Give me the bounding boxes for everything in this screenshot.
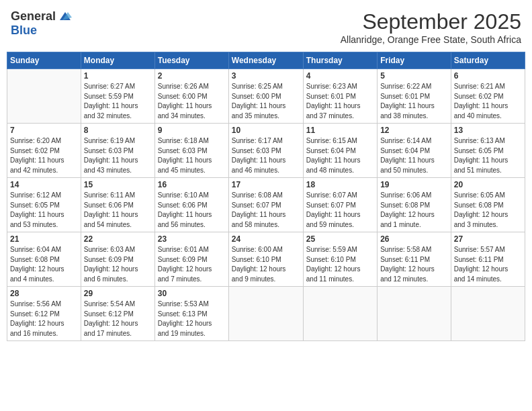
day-number: 9 <box>158 126 226 135</box>
calendar-cell: 30Sunrise: 5:53 AMSunset: 6:13 PMDayligh… <box>154 287 228 341</box>
day-info: Sunrise: 6:26 AMSunset: 6:00 PMDaylight:… <box>158 82 226 121</box>
calendar-cell: 18Sunrise: 6:07 AMSunset: 6:07 PMDayligh… <box>303 178 377 232</box>
calendar-cell: 10Sunrise: 6:17 AMSunset: 6:03 PMDayligh… <box>228 124 303 178</box>
day-number: 8 <box>84 126 152 135</box>
calendar-week-row: 14Sunrise: 6:12 AMSunset: 6:05 PMDayligh… <box>7 178 525 232</box>
day-info: Sunrise: 6:01 AMSunset: 6:09 PMDaylight:… <box>158 245 226 284</box>
day-number: 18 <box>306 180 374 189</box>
day-info: Sunrise: 6:08 AMSunset: 6:07 PMDaylight:… <box>232 191 300 230</box>
calendar-day-header: Sunday <box>7 52 81 69</box>
calendar-cell: 12Sunrise: 6:14 AMSunset: 6:04 PMDayligh… <box>378 124 451 178</box>
calendar-week-row: 1Sunrise: 6:27 AMSunset: 5:59 PMDaylight… <box>7 69 525 124</box>
day-info: Sunrise: 5:53 AMSunset: 6:13 PMDaylight:… <box>158 300 226 338</box>
day-number: 3 <box>232 71 300 81</box>
day-info: Sunrise: 6:00 AMSunset: 6:10 PMDaylight:… <box>232 245 300 284</box>
calendar-day-header: Wednesday <box>228 52 303 69</box>
title-block: September 2025 Allanridge, Orange Free S… <box>341 9 521 45</box>
calendar-day-header: Monday <box>81 52 154 69</box>
day-info: Sunrise: 6:27 AMSunset: 5:59 PMDaylight:… <box>84 82 152 121</box>
calendar-cell: 27Sunrise: 5:57 AMSunset: 6:11 PMDayligh… <box>451 232 525 287</box>
day-info: Sunrise: 5:58 AMSunset: 6:11 PMDaylight:… <box>380 245 448 284</box>
day-number: 21 <box>10 234 78 244</box>
calendar-day-header: Tuesday <box>154 52 228 69</box>
calendar-cell: 11Sunrise: 6:15 AMSunset: 6:04 PMDayligh… <box>303 124 377 178</box>
calendar-cell: 20Sunrise: 6:05 AMSunset: 6:08 PMDayligh… <box>451 178 525 232</box>
day-info: Sunrise: 6:04 AMSunset: 6:08 PMDaylight:… <box>10 245 78 284</box>
calendar-cell: 28Sunrise: 5:56 AMSunset: 6:12 PMDayligh… <box>7 287 81 341</box>
day-info: Sunrise: 6:18 AMSunset: 6:03 PMDaylight:… <box>158 136 226 175</box>
day-info: Sunrise: 6:20 AMSunset: 6:02 PMDaylight:… <box>10 136 78 175</box>
day-info: Sunrise: 6:25 AMSunset: 6:00 PMDaylight:… <box>232 82 300 121</box>
day-info: Sunrise: 6:07 AMSunset: 6:07 PMDaylight:… <box>306 191 374 230</box>
day-number: 29 <box>84 289 152 298</box>
day-number: 6 <box>454 71 522 81</box>
calendar-cell: 21Sunrise: 6:04 AMSunset: 6:08 PMDayligh… <box>7 232 81 287</box>
calendar-cell: 15Sunrise: 6:11 AMSunset: 6:06 PMDayligh… <box>81 178 154 232</box>
calendar-cell <box>7 69 81 124</box>
calendar-cell: 1Sunrise: 6:27 AMSunset: 5:59 PMDaylight… <box>81 69 154 124</box>
logo-general-text: General <box>11 9 56 24</box>
day-number: 23 <box>158 234 226 244</box>
calendar-cell: 25Sunrise: 5:59 AMSunset: 6:10 PMDayligh… <box>303 232 377 287</box>
day-number: 25 <box>306 234 374 244</box>
day-info: Sunrise: 6:10 AMSunset: 6:06 PMDaylight:… <box>158 191 226 230</box>
day-info: Sunrise: 6:17 AMSunset: 6:03 PMDaylight:… <box>232 136 300 175</box>
calendar-cell: 13Sunrise: 6:13 AMSunset: 6:05 PMDayligh… <box>451 124 525 178</box>
day-info: Sunrise: 6:19 AMSunset: 6:03 PMDaylight:… <box>84 136 152 175</box>
calendar-cell: 19Sunrise: 6:06 AMSunset: 6:08 PMDayligh… <box>378 178 451 232</box>
day-number: 1 <box>84 71 152 81</box>
day-number: 19 <box>380 180 448 189</box>
day-number: 11 <box>306 126 374 135</box>
day-number: 7 <box>10 126 78 135</box>
calendar-cell <box>451 287 525 341</box>
day-number: 15 <box>84 180 152 189</box>
calendar-cell: 23Sunrise: 6:01 AMSunset: 6:09 PMDayligh… <box>154 232 228 287</box>
calendar-cell: 5Sunrise: 6:22 AMSunset: 6:01 PMDaylight… <box>378 69 451 124</box>
day-info: Sunrise: 6:15 AMSunset: 6:04 PMDaylight:… <box>306 136 374 175</box>
calendar-cell: 2Sunrise: 6:26 AMSunset: 6:00 PMDaylight… <box>154 69 228 124</box>
calendar-cell <box>303 287 377 341</box>
month-title: September 2025 <box>341 9 521 34</box>
calendar-day-header: Friday <box>378 52 451 69</box>
calendar-cell: 22Sunrise: 6:03 AMSunset: 6:09 PMDayligh… <box>81 232 154 287</box>
day-info: Sunrise: 6:13 AMSunset: 6:05 PMDaylight:… <box>454 136 522 175</box>
day-number: 12 <box>380 126 448 135</box>
day-info: Sunrise: 5:59 AMSunset: 6:10 PMDaylight:… <box>306 245 374 284</box>
calendar-cell: 4Sunrise: 6:23 AMSunset: 6:01 PMDaylight… <box>303 69 377 124</box>
day-number: 10 <box>232 126 300 135</box>
calendar-week-row: 21Sunrise: 6:04 AMSunset: 6:08 PMDayligh… <box>7 232 525 287</box>
day-number: 26 <box>380 234 448 244</box>
logo-icon <box>57 11 72 23</box>
day-number: 30 <box>158 289 226 298</box>
calendar-cell <box>228 287 303 341</box>
calendar-cell: 3Sunrise: 6:25 AMSunset: 6:00 PMDaylight… <box>228 69 303 124</box>
calendar-cell: 16Sunrise: 6:10 AMSunset: 6:06 PMDayligh… <box>154 178 228 232</box>
logo: General Blue <box>11 9 72 38</box>
day-info: Sunrise: 6:11 AMSunset: 6:06 PMDaylight:… <box>84 191 152 230</box>
day-info: Sunrise: 5:54 AMSunset: 6:12 PMDaylight:… <box>84 300 152 338</box>
calendar-cell: 24Sunrise: 6:00 AMSunset: 6:10 PMDayligh… <box>228 232 303 287</box>
calendar-day-header: Thursday <box>303 52 377 69</box>
day-number: 24 <box>232 234 300 244</box>
day-number: 17 <box>232 180 300 189</box>
calendar-week-row: 28Sunrise: 5:56 AMSunset: 6:12 PMDayligh… <box>7 287 525 341</box>
day-number: 14 <box>10 180 78 189</box>
day-number: 22 <box>84 234 152 244</box>
day-info: Sunrise: 6:03 AMSunset: 6:09 PMDaylight:… <box>84 245 152 284</box>
calendar-cell: 7Sunrise: 6:20 AMSunset: 6:02 PMDaylight… <box>7 124 81 178</box>
calendar-cell <box>378 287 451 341</box>
day-number: 2 <box>158 71 226 81</box>
day-info: Sunrise: 6:21 AMSunset: 6:02 PMDaylight:… <box>454 82 522 121</box>
day-info: Sunrise: 6:23 AMSunset: 6:01 PMDaylight:… <box>306 82 374 121</box>
day-number: 5 <box>380 71 448 81</box>
day-number: 27 <box>454 234 522 244</box>
day-info: Sunrise: 6:22 AMSunset: 6:01 PMDaylight:… <box>380 82 448 121</box>
calendar-week-row: 7Sunrise: 6:20 AMSunset: 6:02 PMDaylight… <box>7 124 525 178</box>
calendar-table: SundayMondayTuesdayWednesdayThursdayFrid… <box>7 52 525 341</box>
day-info: Sunrise: 6:06 AMSunset: 6:08 PMDaylight:… <box>380 191 448 230</box>
day-info: Sunrise: 6:14 AMSunset: 6:04 PMDaylight:… <box>380 136 448 175</box>
calendar-day-header: Saturday <box>451 52 525 69</box>
location-subtitle: Allanridge, Orange Free State, South Afr… <box>341 34 521 45</box>
calendar-cell: 14Sunrise: 6:12 AMSunset: 6:05 PMDayligh… <box>7 178 81 232</box>
day-number: 4 <box>306 71 374 81</box>
